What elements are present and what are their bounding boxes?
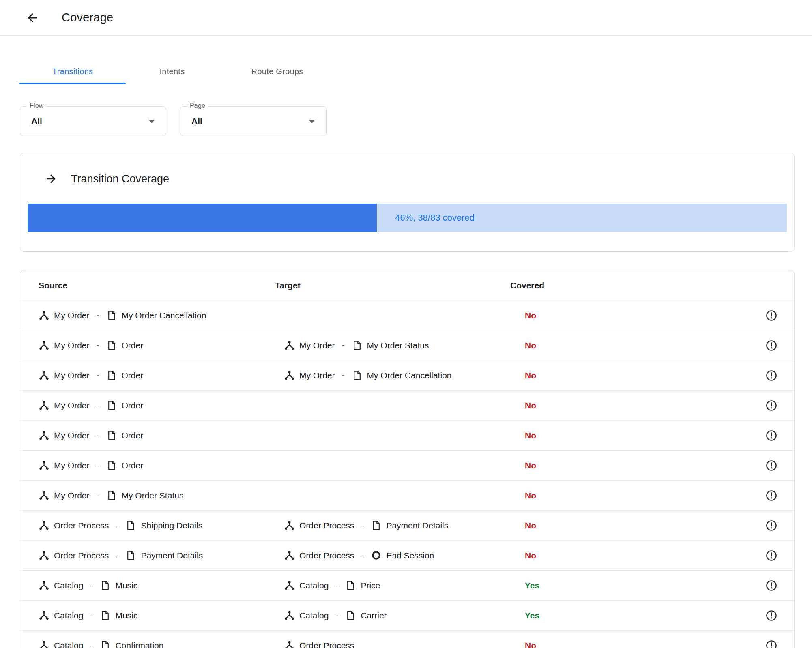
source-endpoint: My Order-Order: [39, 340, 143, 351]
covered-value: Yes: [490, 611, 588, 620]
table-header-row: Source Target Covered: [20, 270, 794, 300]
select-label: Page: [187, 102, 208, 109]
row-info-button[interactable]: [765, 459, 778, 472]
source-endpoint: My Order-My Order Cancellation: [39, 310, 206, 321]
covered-value: No: [490, 641, 588, 648]
row-info-button[interactable]: [765, 309, 778, 322]
row-info-button[interactable]: [765, 549, 778, 562]
table-body: My Order-My Order Cancellation No My Ord…: [20, 300, 794, 648]
column-header-target: Target: [275, 281, 490, 290]
coverage-table: Source Target Covered My Order-My Order …: [20, 270, 795, 648]
source-cell: Order Process-Shipping Details: [39, 520, 275, 531]
row-info-button[interactable]: [765, 339, 778, 352]
target-cell: Order Process-End Session: [275, 550, 490, 561]
dash-separator: -: [90, 641, 93, 648]
source-cell: My Order-Order: [39, 430, 275, 441]
flow-name: My Order: [54, 431, 90, 440]
page-icon: [106, 460, 117, 471]
page-icon: [352, 340, 363, 351]
page-name: Payment Details: [386, 521, 448, 530]
page-icon: [125, 520, 136, 531]
row-info-button[interactable]: [765, 489, 778, 502]
table-row: My Order-My Order Status No: [20, 481, 794, 511]
flow-name: My Order: [299, 371, 335, 380]
arrow-forward-icon: [45, 172, 58, 185]
tab-intents[interactable]: Intents: [126, 58, 218, 84]
flow-icon: [284, 640, 295, 648]
progressbar-fill: [28, 204, 377, 232]
page-name: My Order Cancellation: [122, 311, 206, 320]
column-header-source: Source: [39, 281, 275, 290]
covered-value: No: [490, 311, 588, 320]
source-cell: My Order-Order: [39, 400, 275, 411]
info-cell: [765, 489, 778, 502]
page-name: My Order Cancellation: [367, 371, 452, 380]
page-icon: [106, 370, 117, 381]
tab-label: Intents: [159, 67, 185, 76]
flow-name: My Order: [54, 461, 90, 470]
row-info-button[interactable]: [765, 369, 778, 382]
app-bar: Coverage: [0, 0, 812, 36]
flow-select[interactable]: FlowAll: [20, 106, 166, 136]
info-cell: [765, 459, 778, 472]
flow-icon: [284, 580, 295, 591]
page-name: Order: [122, 431, 144, 440]
tab-transitions[interactable]: Transitions: [19, 58, 126, 84]
page-icon: [106, 430, 117, 441]
info-icon: [765, 609, 778, 622]
table-row: Catalog-Confirmation Order Process No: [20, 631, 794, 648]
arrow-back-icon: [26, 11, 39, 25]
row-info-button[interactable]: [765, 609, 778, 622]
target-endpoint: Order Process: [284, 640, 354, 648]
flow-icon: [284, 520, 295, 531]
filters: FlowAllPageAll: [20, 106, 812, 136]
info-icon: [765, 399, 778, 412]
transition-coverage-progressbar: 46%, 38/83 covered: [28, 204, 787, 232]
row-info-button[interactable]: [765, 579, 778, 592]
page-select[interactable]: PageAll: [180, 106, 327, 136]
flow-name: Order Process: [299, 641, 354, 648]
row-info-button[interactable]: [765, 519, 778, 532]
target-cell: Order Process-Payment Details: [275, 520, 490, 531]
dash-separator: -: [335, 611, 338, 620]
dash-separator: -: [116, 551, 118, 560]
flow-icon: [284, 370, 295, 381]
row-info-button[interactable]: [765, 429, 778, 442]
page-icon: [125, 550, 136, 561]
flow-name: My Order: [54, 311, 90, 320]
page-name: Order: [122, 341, 144, 350]
page-title: Coverage: [62, 11, 113, 24]
page-name: Order: [122, 461, 144, 470]
row-info-button[interactable]: [765, 399, 778, 412]
flow-name: My Order: [299, 341, 335, 350]
page-icon: [371, 520, 382, 531]
table-row: My Order-Order No: [20, 421, 794, 451]
dash-separator: -: [116, 521, 118, 530]
info-icon: [765, 639, 778, 648]
covered-value: No: [490, 491, 588, 500]
row-info-button[interactable]: [765, 639, 778, 648]
source-cell: My Order-Order: [39, 340, 275, 351]
tab-label: Route Groups: [251, 67, 303, 76]
flow-icon: [39, 640, 49, 648]
flow-name: Catalog: [299, 581, 329, 590]
flow-name: Catalog: [54, 611, 83, 620]
flow-icon: [39, 310, 49, 321]
target-endpoint: Catalog-Price: [284, 580, 380, 591]
source-endpoint: My Order-Order: [39, 400, 143, 411]
source-cell: My Order-Order: [39, 460, 275, 471]
flow-name: Catalog: [54, 581, 83, 590]
tab-route-groups[interactable]: Route Groups: [218, 58, 337, 84]
table-row: My Order-My Order Cancellation No: [20, 300, 794, 330]
source-cell: Catalog-Music: [39, 580, 275, 591]
info-icon: [765, 549, 778, 562]
dash-separator: -: [97, 311, 99, 320]
back-button[interactable]: [24, 9, 41, 27]
info-cell: [765, 339, 778, 352]
flow-icon: [284, 610, 295, 621]
page-name: My Order Status: [367, 341, 429, 350]
page-name: Music: [115, 611, 137, 620]
target-cell: Order Process: [275, 640, 490, 648]
covered-value: No: [490, 521, 588, 530]
flow-icon: [39, 490, 49, 501]
